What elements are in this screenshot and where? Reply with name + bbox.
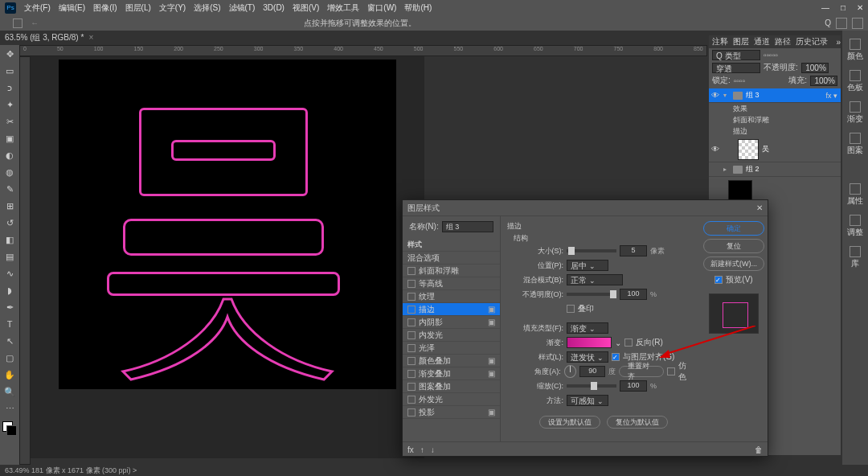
rpanel-gradients[interactable]: 渐变	[845, 101, 865, 125]
layer-effect-stroke[interactable]: 描边	[709, 125, 841, 137]
menu-help[interactable]: 帮助(H)	[404, 2, 432, 14]
tab-paths[interactable]: 路径	[775, 36, 791, 47]
tab-notes[interactable]: 注释	[712, 36, 728, 47]
style-bevel[interactable]: 斜面和浮雕	[403, 265, 500, 277]
style-texture[interactable]: 纹理	[403, 290, 500, 303]
brush-tool[interactable]: ✎	[2, 182, 17, 196]
menu-image[interactable]: 图像(I)	[93, 2, 117, 14]
style-inner-shadow[interactable]: 内阴影▣	[403, 316, 500, 329]
fx-icon[interactable]: fx	[407, 445, 414, 454]
window-minimize-icon[interactable]: —	[821, 3, 829, 12]
menu-plugins[interactable]: 增效工具	[327, 2, 359, 14]
style-gradient-overlay[interactable]: 渐变叠加▣	[403, 367, 500, 380]
canvas-area[interactable]	[31, 56, 424, 458]
dialog-close-icon[interactable]: ✕	[756, 203, 763, 212]
style-stroke[interactable]: 描边▣	[403, 303, 500, 316]
arrow-up-icon[interactable]: ↑	[420, 445, 424, 454]
trash-icon[interactable]: 🗑	[755, 445, 763, 454]
pen-tool[interactable]: ✒	[2, 300, 17, 314]
reset-align-button[interactable]: 重置对齐	[619, 366, 664, 377]
menu-3d[interactable]: 3D(D)	[263, 3, 285, 12]
style-pattern-overlay[interactable]: 图案叠加	[403, 380, 500, 393]
stamp-tool[interactable]: ⊞	[2, 199, 17, 213]
style-blend-options[interactable]: 混合选项	[403, 252, 500, 265]
opacity-field[interactable]: 100	[620, 289, 647, 300]
style-satin[interactable]: 光泽	[403, 342, 500, 355]
reset-default-button[interactable]: 复位为默认值	[607, 416, 668, 429]
blur-tool[interactable]: ∿	[2, 266, 17, 281]
document-tab[interactable]: 63.5% (组 3, RGB/8) *×	[5, 32, 93, 43]
menu-edit[interactable]: 编辑(E)	[59, 2, 85, 14]
gradstyle-select[interactable]: 迸发状 ⌄	[567, 351, 608, 363]
ok-button[interactable]: 确定	[703, 221, 764, 236]
arrow-down-icon[interactable]: ↓	[431, 445, 435, 454]
style-inner-glow[interactable]: 内发光	[403, 329, 500, 342]
move-tool[interactable]: ✥	[2, 47, 17, 61]
layer-effect-bevel[interactable]: 斜面和浮雕	[709, 114, 841, 125]
rpanel-swatches[interactable]: 色板	[845, 70, 865, 93]
method-select[interactable]: 可感知 ⌄	[567, 395, 608, 406]
layer-effects[interactable]: 效果	[709, 103, 841, 114]
rpanel-patterns[interactable]: 图案	[845, 133, 865, 156]
style-contour[interactable]: 等高线	[403, 277, 500, 290]
filltype-select[interactable]: 渐变 ⌄	[567, 322, 608, 334]
search-icon[interactable]: Q	[825, 18, 831, 27]
make-default-button[interactable]: 设置为默认值	[539, 416, 600, 429]
rpanel-color[interactable]: 颜色	[845, 39, 865, 62]
edit-toolbar[interactable]: ⋯	[2, 401, 17, 416]
rpanel-properties[interactable]: 属性	[845, 183, 865, 207]
lasso-tool[interactable]: ɔ	[2, 80, 17, 95]
hand-tool[interactable]: ✋	[2, 367, 17, 382]
overprint-checkbox[interactable]	[567, 305, 575, 313]
size-field[interactable]: 5	[620, 245, 647, 256]
eraser-tool[interactable]: ◧	[2, 232, 17, 247]
type-tool[interactable]: T	[2, 317, 17, 331]
menu-view[interactable]: 视图(V)	[293, 2, 319, 14]
layer-kind-filter[interactable]: Q 类型	[712, 50, 760, 60]
tab-layers[interactable]: 图层	[733, 36, 749, 47]
style-color-overlay[interactable]: 颜色叠加▣	[403, 355, 500, 367]
menu-select[interactable]: 选择(S)	[194, 2, 220, 14]
shape-tool[interactable]: ▢	[2, 351, 17, 365]
crop-tool[interactable]: ✂	[2, 114, 17, 129]
path-tool[interactable]: ↖	[2, 334, 17, 348]
scale-slider[interactable]	[567, 384, 616, 388]
name-input[interactable]: 组 3	[442, 221, 493, 232]
opacity-slider[interactable]	[567, 293, 616, 296]
history-brush-tool[interactable]: ↺	[2, 215, 17, 230]
tab-history[interactable]: 历史记录	[796, 36, 828, 47]
cancel-button[interactable]: 复位	[703, 239, 764, 253]
home-icon[interactable]	[13, 18, 23, 28]
window-close-icon[interactable]: ✕	[857, 3, 863, 12]
menu-layer[interactable]: 图层(L)	[125, 2, 151, 14]
position-select[interactable]: 居中 ⌄	[567, 260, 608, 271]
blendmode-select[interactable]: 正常 ⌄	[567, 274, 623, 285]
tab-channels[interactable]: 通道	[754, 36, 770, 47]
visibility-icon[interactable]: 👁	[710, 145, 720, 154]
menu-filter[interactable]: 滤镜(T)	[229, 2, 256, 14]
rpanel-adjustments[interactable]: 调整	[845, 215, 865, 238]
style-outer-glow[interactable]: 外发光	[403, 393, 500, 406]
frame-tool[interactable]: ▣	[2, 131, 17, 146]
gradient-tool[interactable]: ▤	[2, 249, 17, 264]
size-slider[interactable]	[567, 249, 616, 252]
zoom-tool[interactable]: 🔍	[2, 384, 17, 399]
eyedropper-tool[interactable]: ◐	[2, 148, 17, 162]
style-drop-shadow[interactable]: 投影▣	[403, 406, 500, 419]
share-icon[interactable]	[836, 18, 847, 29]
menu-window[interactable]: 窗口(W)	[367, 2, 396, 14]
opacity-field[interactable]: 100%	[801, 63, 829, 73]
scale-field[interactable]: 100	[620, 380, 647, 392]
dodge-tool[interactable]: ◗	[2, 283, 17, 298]
layer-wu[interactable]: 👁 吴	[709, 137, 841, 162]
align-checkbox[interactable]	[612, 353, 620, 361]
preview-checkbox[interactable]	[714, 276, 723, 284]
angle-field[interactable]: 90	[579, 366, 605, 377]
new-style-button[interactable]: 新建样式(W)...	[703, 256, 764, 271]
menu-type[interactable]: 文字(Y)	[159, 2, 186, 14]
tab-close-icon[interactable]: ×	[88, 33, 93, 42]
rpanel-libraries[interactable]: 库	[845, 246, 865, 269]
fill-field[interactable]: 100%	[810, 76, 837, 86]
layer-group-2[interactable]: ▸ 组 2	[709, 162, 841, 177]
angle-dial[interactable]	[564, 365, 576, 378]
